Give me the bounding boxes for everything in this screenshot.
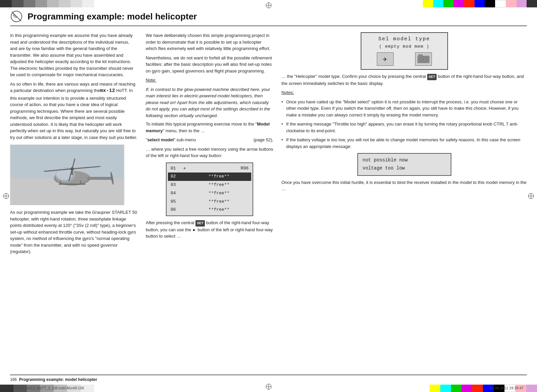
helicopter-image (10, 145, 124, 205)
warning-line2: voltage too low (363, 164, 446, 173)
notes-header: Notes: (281, 89, 527, 96)
svg-point-24 (422, 58, 425, 61)
page-footer: 166 Programming example: model helicopte… (10, 375, 527, 382)
model-display-icons: ✈ (366, 52, 443, 66)
color-bars-top-left (0, 0, 94, 7)
file-info: 33112_mx12_HoTT_2_GB.indd Abs48:166 (13, 386, 84, 390)
model-icon-camera (415, 52, 432, 66)
column-center: We have deliberately chosen this simple … (146, 32, 273, 371)
set-badge-right: SET (427, 74, 437, 80)
mem-row-04: 04 **free** (168, 189, 251, 198)
mem-row-05: 05 **free** (168, 198, 251, 206)
main-content: ✎ Programming example: model helicopter … (10, 10, 527, 382)
reg-mark-left (3, 193, 9, 199)
center-para2: Nevertheless, we do not want to forfeit … (146, 55, 273, 75)
right-final: Once you have overcome this initial hurd… (281, 179, 527, 192)
reg-mark-right (528, 193, 534, 199)
header-icon: ✎ (10, 10, 23, 23)
center-para5: After pressing the central SET button of… (146, 219, 273, 240)
select-model-label: select model (147, 137, 174, 142)
svg-rect-22 (418, 54, 423, 56)
right-para1: … the "Helicopter" model type. Confirm y… (281, 73, 527, 87)
left-caption: As our programming example we take the G… (10, 209, 138, 255)
center-para1: We have deliberately chosen this simple … (146, 32, 273, 52)
column-right: Sel model type ( empty mod mem ) ✈ (281, 32, 527, 371)
bottom-info: 33112_mx12_HoTT_2_GB.indd Abs48:166 06.0… (13, 386, 524, 390)
model-icon-heli: ✈ (377, 52, 394, 66)
column-left: In this programming example we assume th… (10, 32, 138, 371)
memory-select-display: 01 ✈ R06 02 **free** 03 **free** 04 (166, 162, 253, 216)
note-item-3: If the battery voltage is too low, you w… (281, 137, 527, 150)
select-model-line: "select model" sub-menu (page 52), (146, 137, 273, 143)
model-type-display: Sel model type ( empty mod mem ) ✈ (361, 32, 448, 70)
footer-left: 166 Programming example: model helicopte… (10, 377, 97, 382)
center-para4: … where you select a free model memory u… (146, 146, 273, 159)
date-info: 06.06.2011 19:39:47 (490, 386, 524, 390)
svg-rect-12 (87, 177, 112, 180)
note-header: Note: (146, 77, 273, 84)
mem-row-06: 06 **free** (168, 206, 251, 214)
page-number: 166 (10, 377, 17, 382)
model-display-line2: ( empty mod mem ) (366, 44, 443, 49)
center-para3: To initiate this typical programming exe… (146, 121, 273, 134)
set-badge-center: SET (195, 220, 205, 227)
note-italic-text: If, in contrast to the glow-powered mach… (146, 86, 273, 119)
note-item-2: If the warning message "Throttle too hig… (281, 121, 527, 134)
footer-title: Programming example: model helicopter (19, 377, 97, 382)
note-item-1: Once you have called up the "Model selec… (281, 99, 527, 118)
mem-row-03: 03 **free** (168, 181, 251, 189)
mem-row-02: 02 **free** (168, 173, 251, 181)
content-columns: In this programming example we assume th… (10, 32, 527, 371)
page-header: ✎ Programming example: model helicopter (10, 10, 527, 26)
mx12-label: mx-12 (100, 88, 115, 94)
notes-list: Once you have called up the "Model selec… (281, 99, 527, 150)
mem-row-01: 01 ✈ R06 (168, 164, 251, 173)
color-bars-top-right (423, 0, 537, 7)
warning-line1: not possible now (363, 156, 446, 164)
left-para2: As so often in life, there are various w… (10, 81, 138, 141)
voltage-warning-display: not possible now voltage too low (357, 153, 451, 176)
model-display-line1: Sel model type (366, 36, 443, 42)
page-title: Programming example: model helicopter (28, 11, 197, 22)
arrow-right-icon: ► (192, 227, 196, 233)
left-para1: In this programming example we assume th… (10, 32, 138, 78)
reg-mark-top (265, 2, 272, 9)
